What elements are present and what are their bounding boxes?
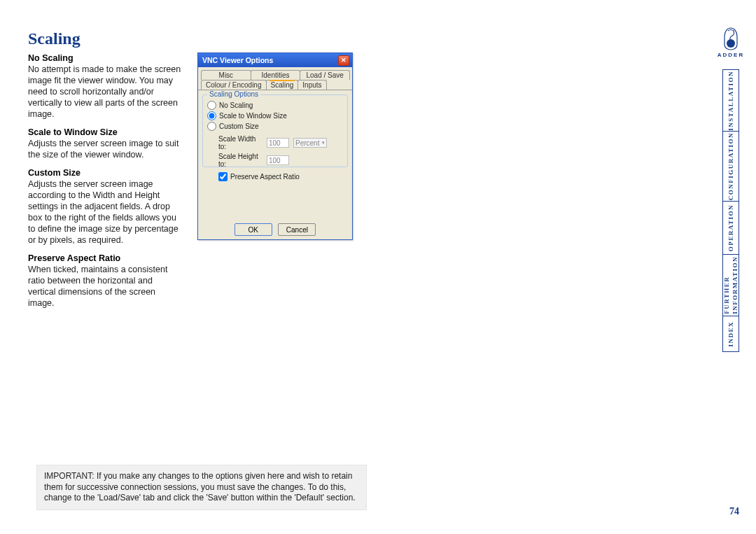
brand-label: ADDER bbox=[718, 52, 744, 58]
radio-no-scaling-label: No Scaling bbox=[219, 101, 253, 109]
important-note: IMPORTANT: If you make any changes to th… bbox=[36, 465, 367, 510]
nav-index[interactable]: INDEX bbox=[722, 316, 739, 352]
preserve-aspect-label: Preserve Aspect Ratio bbox=[230, 173, 300, 181]
unit-value: Percent bbox=[295, 139, 319, 147]
scale-height-label: Scale Height to: bbox=[218, 153, 264, 168]
nav-operation[interactable]: OPERATION bbox=[722, 201, 739, 254]
group-legend: Scaling Options bbox=[207, 90, 260, 98]
no-scaling-body: No attempt is made to make the screen im… bbox=[28, 64, 182, 120]
tab-identities[interactable]: Identities bbox=[251, 70, 301, 80]
scale-to-window-body: Adjusts the server screen image to suit … bbox=[28, 138, 182, 160]
preserve-aspect-checkbox[interactable]: Preserve Aspect Ratio bbox=[218, 172, 343, 181]
scaling-options-group: Scaling Options No Scaling Scale to Wind… bbox=[202, 94, 348, 167]
radio-custom-size[interactable]: Custom Size bbox=[207, 122, 343, 131]
preserve-aspect-body: When ticked, maintains a consistent rati… bbox=[28, 264, 182, 309]
close-icon[interactable]: ✕ bbox=[338, 55, 349, 66]
page-title: Scaling bbox=[28, 29, 742, 48]
no-scaling-heading: No Scaling bbox=[28, 52, 182, 64]
unit-dropdown[interactable]: Percent▾ bbox=[293, 138, 327, 148]
dialog-title: VNC Viewer Options bbox=[202, 56, 273, 64]
nav-installation[interactable]: INSTALLATION bbox=[722, 69, 739, 131]
cancel-button[interactable]: Cancel bbox=[278, 223, 316, 236]
scale-width-label: Scale Width to: bbox=[218, 135, 264, 150]
custom-size-heading: Custom Size bbox=[28, 167, 182, 178]
chevron-down-icon: ▾ bbox=[322, 140, 325, 146]
tab-inputs[interactable]: Inputs bbox=[298, 80, 326, 90]
explanations-column: No Scaling No attempt is made to make th… bbox=[28, 52, 182, 316]
scale-width-input[interactable] bbox=[267, 138, 289, 148]
scale-to-window-heading: Scale to Window Size bbox=[28, 127, 182, 138]
vnc-options-dialog: VNC Viewer Options ✕ Misc Identities Loa… bbox=[197, 52, 353, 240]
scale-height-input[interactable] bbox=[267, 155, 289, 165]
svg-point-0 bbox=[727, 39, 735, 48]
radio-scale-to-window[interactable]: Scale to Window Size bbox=[207, 111, 343, 120]
radio-scale-to-window-label: Scale to Window Size bbox=[219, 112, 287, 120]
tab-load-save[interactable]: Load / Save bbox=[300, 70, 350, 80]
radio-no-scaling[interactable]: No Scaling bbox=[207, 101, 343, 110]
tab-misc[interactable]: Misc bbox=[201, 70, 251, 80]
nav-configuration[interactable]: CONFIGURATION bbox=[722, 131, 739, 201]
dialog-titlebar[interactable]: VNC Viewer Options ✕ bbox=[198, 53, 352, 67]
sidebar-nav: ADDER INSTALLATION CONFIGURATION OPERATI… bbox=[715, 27, 746, 352]
ok-button[interactable]: OK bbox=[234, 223, 272, 236]
custom-size-body: Adjusts the server screen image accordin… bbox=[28, 178, 182, 246]
tab-colour-encoding[interactable]: Colour / Encoding bbox=[201, 80, 267, 90]
radio-custom-size-label: Custom Size bbox=[219, 122, 259, 130]
nav-further-information[interactable]: FURTHER INFORMATION bbox=[722, 254, 739, 316]
page-number: 74 bbox=[729, 506, 739, 517]
tab-scaling[interactable]: Scaling bbox=[266, 80, 299, 90]
preserve-aspect-heading: Preserve Aspect Ratio bbox=[28, 253, 182, 264]
adder-logo-icon bbox=[720, 27, 741, 50]
